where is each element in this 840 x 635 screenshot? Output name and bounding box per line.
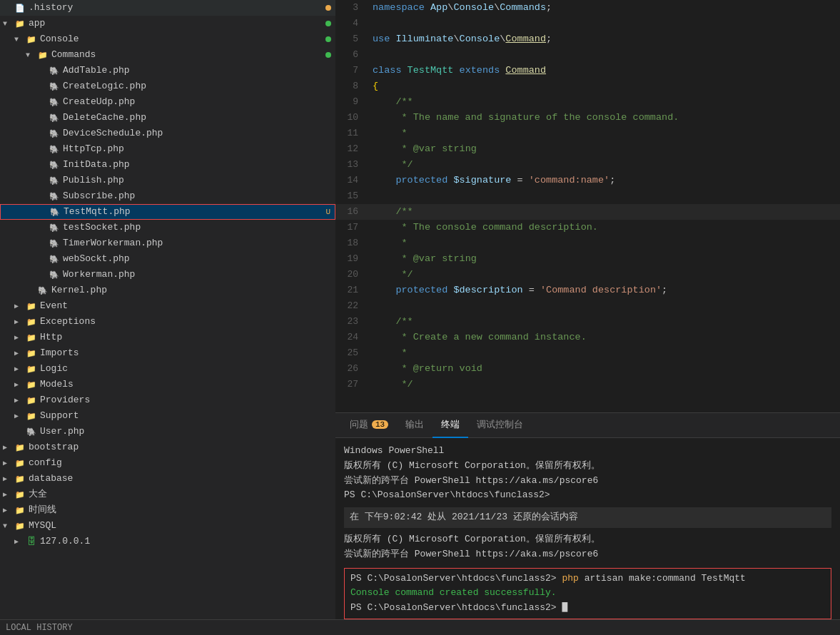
file-icon-php: 🐘 [49, 143, 60, 155]
file-icon-php: 🐘 [49, 65, 60, 76]
tree-arrow: ▼ [26, 51, 37, 59]
sidebar-item-label: Providers [40, 392, 90, 408]
sidebar-item-subscribe[interactable]: 🐘Subscribe.php [0, 188, 335, 204]
terminal-content[interactable]: Windows PowerShell版权所有 (C) Microsoft Cor… [335, 438, 840, 619]
tab-label: 问题 [350, 418, 368, 431]
sidebar-item-label: database [29, 471, 73, 487]
sidebar-item-imports[interactable]: ▶📁Imports [0, 345, 335, 361]
file-icon-php: 🐘 [49, 81, 60, 92]
file-icon-folder: 📁 [14, 489, 26, 500]
sidebar-item-timerworkerman[interactable]: 🐘TimerWorkerman.php [0, 235, 335, 251]
sidebar-item-label: Publish.php [63, 173, 124, 188]
status-dot-orange [325, 5, 331, 11]
line-number: 12 [335, 141, 370, 157]
sidebar-item-label: Imports [40, 345, 79, 361]
sidebar-item-user[interactable]: 🐘User.php [0, 424, 335, 440]
sidebar-item-label: User.php [40, 424, 84, 440]
sidebar-item-label: AddTable.php [63, 63, 130, 78]
sidebar-item-history[interactable]: 📄.history [0, 0, 335, 16]
sidebar-item-timeline[interactable]: ▶📁时间线 [0, 502, 335, 518]
line-number: 17 [335, 220, 370, 235]
sidebar-item-addtable[interactable]: 🐘AddTable.php [0, 63, 335, 78]
code-editor[interactable]: 3namespace App\Console\Commands;45use Il… [335, 0, 840, 412]
terminal-command-box: PS C:\PosalonServer\htdocs\funclass2> ph… [344, 568, 831, 619]
sidebar-item-logic[interactable]: ▶📁Logic [0, 361, 335, 377]
file-icon-php: 🐘 [49, 269, 60, 280]
line-content: /** [370, 94, 840, 110]
tree-arrow: ▶ [3, 459, 14, 467]
sidebar-item-daquan[interactable]: ▶📁大全 [0, 487, 335, 502]
sidebar-item-http[interactable]: ▶📁Http [0, 330, 335, 345]
tree-arrow: ▶ [14, 380, 26, 389]
terminal-line: PS C:\PosalonServer\htdocs\funclass2> [344, 488, 831, 503]
sidebar-item-label: 大全 [29, 487, 47, 502]
sidebar-item-mysql-127[interactable]: ▶🗄127.0.0.1 [0, 534, 335, 549]
tree-arrow: ▶ [14, 318, 26, 326]
sidebar-item-label: HttpTcp.php [63, 141, 124, 157]
sidebar-item-deviceschedule[interactable]: 🐘DeviceSchedule.php [0, 126, 335, 141]
sidebar-item-websockt[interactable]: 🐘webSockt.php [0, 251, 335, 267]
terminal-tab-terminal[interactable]: 终端 [432, 413, 468, 438]
sidebar-item-exceptions[interactable]: ▶📁Exceptions [0, 314, 335, 330]
sidebar-item-app[interactable]: ▼📁app [0, 16, 335, 31]
code-line: 7class TestMqtt extends Command [335, 63, 840, 78]
code-line: 8{ [335, 78, 840, 94]
sidebar-item-config[interactable]: ▶📁config [0, 455, 335, 471]
sidebar-item-deletecache[interactable]: 🐘DeleteCache.php [0, 110, 335, 126]
sidebar-item-bootstrap[interactable]: ▶📁bootstrap [0, 440, 335, 455]
line-content: * @var string [370, 251, 840, 267]
file-icon-folder: 📁 [14, 473, 26, 484]
line-content: * [370, 235, 840, 251]
sidebar-item-label: Exceptions [40, 314, 96, 330]
line-number: 13 [335, 157, 370, 173]
code-line: 14 protected $signature = 'command:name'… [335, 173, 840, 188]
line-number: 11 [335, 126, 370, 141]
tab-badge: 13 [372, 420, 388, 429]
sidebar-item-httptcp[interactable]: 🐘HttpTcp.php [0, 141, 335, 157]
code-line: 19 * @var string [335, 251, 840, 267]
sidebar-item-database[interactable]: ▶📁database [0, 471, 335, 487]
sidebar-item-testsocket[interactable]: 🐘testSocket.php [0, 220, 335, 235]
terminal-tab-output[interactable]: 输出 [397, 413, 432, 438]
line-number: 23 [335, 314, 370, 330]
sidebar-item-createlogic[interactable]: 🐘CreateLogic.php [0, 78, 335, 94]
sidebar-item-label: Support [40, 408, 79, 424]
sidebar-item-mysql[interactable]: ▼📁MYSQL [0, 518, 335, 534]
terminal-tab-debug-console[interactable]: 调试控制台 [468, 413, 532, 438]
code-line: 23 /** [335, 314, 840, 330]
line-number: 20 [335, 267, 370, 283]
code-line: 12 * @var string [335, 141, 840, 157]
terminal-line: 尝试新的跨平台 PowerShell https://aka.ms/pscore… [344, 547, 831, 562]
status-dot-green [325, 52, 331, 58]
tree-arrow: ▶ [14, 349, 26, 357]
sidebar-item-commands[interactable]: ▼📁Commands [0, 47, 335, 63]
sidebar-item-testmqtt[interactable]: 🐘TestMqtt.phpU [0, 204, 335, 220]
sidebar-item-support[interactable]: ▶📁Support [0, 408, 335, 424]
code-line: 21 protected $description = 'Command des… [335, 283, 840, 298]
tree-arrow: ▼ [14, 36, 26, 44]
sidebar-item-console[interactable]: ▼📁Console [0, 31, 335, 47]
tree-arrow: ▶ [14, 537, 26, 546]
sidebar-item-initdata[interactable]: 🐘InitData.php [0, 157, 335, 173]
file-icon-folder: 📁 [26, 332, 37, 343]
sidebar-item-providers[interactable]: ▶📁Providers [0, 392, 335, 408]
sidebar-item-models[interactable]: ▶📁Models [0, 377, 335, 392]
line-content: use Illuminate\Console\Command; [370, 31, 840, 47]
line-content: * Create a new command instance. [370, 330, 840, 345]
sidebar-item-workerman[interactable]: 🐘Workerman.php [0, 267, 335, 283]
terminal-prompt-next: PS C:\PosalonServer\htdocs\funclass2> █ [350, 601, 825, 616]
sidebar-item-label: CreateUdp.php [63, 94, 135, 110]
code-line: 24 * Create a new command instance. [335, 330, 840, 345]
line-number: 9 [335, 94, 370, 110]
sidebar-item-publish[interactable]: 🐘Publish.php [0, 173, 335, 188]
terminal-tab-problems[interactable]: 问题13 [341, 413, 397, 438]
code-line: 18 * [335, 235, 840, 251]
sidebar-item-createudp[interactable]: 🐘CreateUdp.php [0, 94, 335, 110]
sidebar-item-kernel[interactable]: 🐘Kernel.php [0, 283, 335, 298]
sidebar-item-label: Commands [51, 47, 96, 63]
sidebar-item-event[interactable]: ▶📁Event [0, 298, 335, 314]
sidebar-item-label: app [29, 16, 45, 31]
sidebar-item-label: TimerWorkerman.php [63, 235, 163, 251]
line-number: 25 [335, 345, 370, 361]
status-dot-green [325, 36, 331, 42]
